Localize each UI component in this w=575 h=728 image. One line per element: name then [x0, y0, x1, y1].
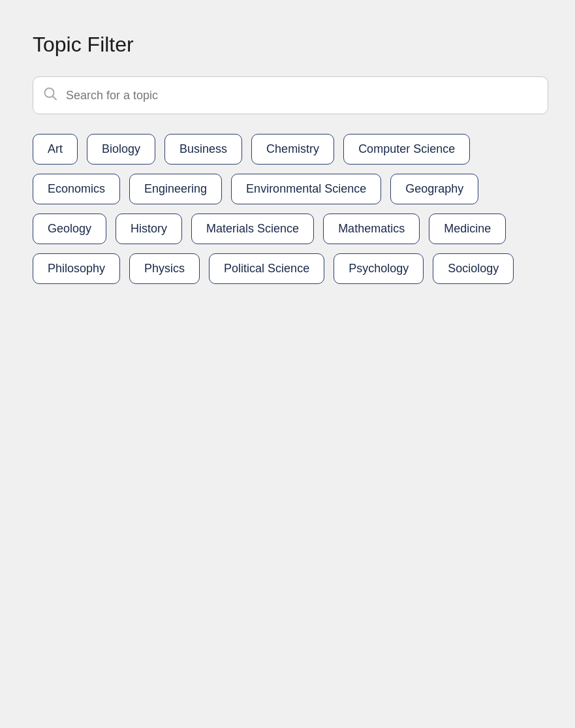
tag-chemistry[interactable]: Chemistry	[251, 134, 334, 165]
tag-sociology[interactable]: Sociology	[433, 253, 514, 284]
tag-materials-science[interactable]: Materials Science	[191, 214, 314, 244]
tag-geography[interactable]: Geography	[390, 174, 478, 204]
tag-philosophy[interactable]: Philosophy	[33, 253, 120, 284]
tag-computer-science[interactable]: Computer Science	[343, 134, 470, 165]
page-title: Topic Filter	[33, 33, 542, 57]
search-container	[33, 76, 542, 114]
tag-mathematics[interactable]: Mathematics	[323, 214, 420, 244]
tag-medicine[interactable]: Medicine	[429, 214, 506, 244]
tag-engineering[interactable]: Engineering	[129, 174, 222, 204]
tag-biology[interactable]: Biology	[87, 134, 155, 165]
tag-art[interactable]: Art	[33, 134, 78, 165]
tag-psychology[interactable]: Psychology	[334, 253, 424, 284]
search-input[interactable]	[33, 76, 548, 114]
tags-container: ArtBiologyBusinessChemistryComputer Scie…	[33, 134, 542, 284]
tag-political-science[interactable]: Political Science	[209, 253, 324, 284]
tag-economics[interactable]: Economics	[33, 174, 120, 204]
tag-geology[interactable]: Geology	[33, 214, 106, 244]
tag-history[interactable]: History	[116, 214, 182, 244]
tag-environmental-science[interactable]: Environmental Science	[231, 174, 381, 204]
tag-physics[interactable]: Physics	[129, 253, 200, 284]
tag-business[interactable]: Business	[164, 134, 242, 165]
